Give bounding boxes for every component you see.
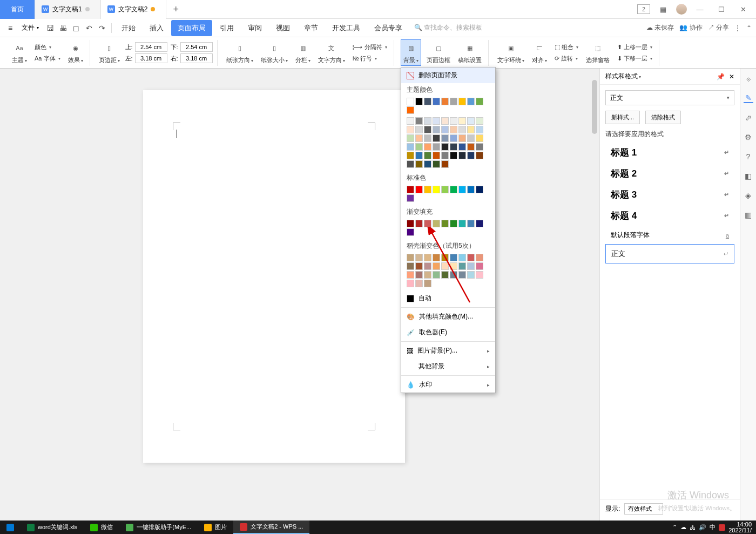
unsaved-indicator[interactable]: ☁ 未保存 (646, 23, 674, 32)
file-menu[interactable]: 文件▾ (17, 21, 43, 35)
page[interactable] (143, 90, 405, 463)
task-excel[interactable]: word关键词.xls (21, 521, 84, 534)
color-swatch[interactable] (407, 126, 414, 133)
side-tool2-icon[interactable]: ◈ (744, 191, 753, 200)
color-swatch[interactable] (424, 186, 431, 193)
style-heading3[interactable]: 标题 3↵ (605, 184, 734, 205)
color-swatch[interactable] (467, 143, 475, 151)
color-swatch[interactable] (424, 98, 431, 105)
color-swatch[interactable] (458, 220, 466, 227)
selpane-button[interactable]: ⬚选择窗格 (584, 40, 612, 65)
color-swatch[interactable] (450, 143, 457, 151)
color-swatch[interactable] (415, 280, 423, 287)
background-button[interactable]: ▧背景 (401, 39, 421, 66)
side-format-icon[interactable]: ⟐ (744, 74, 753, 84)
color-swatch[interactable] (433, 186, 440, 193)
close-button[interactable]: ✕ (734, 2, 752, 17)
color-swatch[interactable] (407, 152, 414, 159)
manuscript-button[interactable]: ▦稿纸设置 (456, 40, 484, 65)
badge[interactable]: 2 (637, 4, 650, 14)
color-swatch[interactable] (424, 254, 431, 261)
save-icon[interactable]: 🖫 (44, 22, 56, 34)
color-swatch[interactable] (441, 186, 449, 193)
color-swatch[interactable] (407, 194, 414, 202)
share-button[interactable]: ↗ 分享 (708, 23, 729, 32)
document-area[interactable] (0, 69, 599, 521)
avatar-icon[interactable] (676, 4, 687, 15)
task-wechat[interactable]: 微信 (84, 521, 119, 534)
color-swatch[interactable] (441, 160, 449, 168)
side-select-icon[interactable]: ⬀ (744, 113, 753, 123)
color-button[interactable]: 颜色 (32, 42, 63, 52)
style-default-font[interactable]: 默认段落字体a (605, 226, 734, 244)
size-button[interactable]: ▯纸张大小 (259, 40, 290, 65)
margin-button[interactable]: ▯页边距 (97, 40, 122, 65)
color-swatch[interactable] (467, 262, 475, 270)
tab-view[interactable]: 视图 (269, 20, 296, 36)
more-icon[interactable]: ⋮ (734, 24, 741, 32)
picture-bg-item[interactable]: 🖼图片背景(P)...▸ (401, 343, 495, 359)
color-swatch[interactable] (458, 126, 466, 133)
color-swatch[interactable] (424, 134, 431, 142)
color-swatch[interactable] (467, 220, 475, 227)
margin-bottom-input[interactable]: 下: (171, 42, 213, 52)
task-folder[interactable]: 图片 (198, 521, 233, 534)
columns-button[interactable]: ▥分栏 (293, 40, 313, 65)
color-swatch[interactable] (433, 143, 440, 151)
color-swatch[interactable] (407, 143, 414, 151)
side-help-icon[interactable]: ? (744, 152, 753, 161)
color-swatch[interactable] (407, 262, 414, 270)
color-swatch[interactable] (458, 134, 466, 142)
tray-chevron-icon[interactable]: ⌃ (672, 524, 677, 531)
style-heading1[interactable]: 标题 1↵ (605, 142, 734, 163)
textdir-button[interactable]: 文文字方向 (316, 40, 347, 65)
color-swatch[interactable] (433, 98, 440, 105)
ime-indicator[interactable]: 中 (710, 523, 716, 531)
clear-format-button[interactable]: 清除格式 (645, 111, 681, 124)
side-tool1-icon[interactable]: ◧ (744, 171, 753, 181)
color-swatch[interactable] (415, 186, 423, 193)
color-swatch[interactable] (415, 262, 423, 270)
color-swatch[interactable] (424, 143, 431, 151)
collab-button[interactable]: 👥 协作 (679, 23, 702, 32)
pin-icon[interactable]: 📌 (717, 73, 725, 80)
align-button[interactable]: ⫍对齐 (530, 40, 549, 65)
scrollbar-vertical[interactable] (591, 70, 598, 519)
color-swatch[interactable] (467, 98, 475, 105)
margin-top-input[interactable]: 上: (125, 42, 167, 52)
scrollbar-thumb[interactable] (592, 80, 597, 134)
color-swatch[interactable] (458, 117, 466, 125)
color-swatch[interactable] (424, 271, 431, 279)
side-styles-icon[interactable]: ✎ (744, 93, 753, 103)
color-swatch[interactable] (441, 126, 449, 133)
color-swatch[interactable] (415, 143, 423, 151)
color-swatch[interactable] (441, 117, 449, 125)
color-swatch[interactable] (433, 152, 440, 159)
effect-button[interactable]: ◉效果 (66, 40, 85, 65)
color-swatch[interactable] (458, 152, 466, 159)
color-swatch[interactable] (441, 271, 449, 279)
tray-volume-icon[interactable]: 🔊 (699, 524, 706, 531)
tab-review[interactable]: 审阅 (241, 20, 268, 36)
color-swatch[interactable] (424, 262, 431, 270)
eyedropper-item[interactable]: 💉取色器(E) (401, 325, 495, 340)
apps-icon[interactable]: ▦ (654, 2, 672, 17)
color-swatch[interactable] (424, 152, 431, 159)
color-swatch[interactable] (407, 254, 414, 261)
color-swatch[interactable] (458, 143, 466, 151)
color-swatch[interactable] (441, 254, 449, 261)
color-swatch[interactable] (415, 152, 423, 159)
close-panel-icon[interactable]: ✕ (729, 73, 734, 80)
style-heading4[interactable]: 标题 4↵ (605, 205, 734, 226)
new-style-button[interactable]: 新样式... (605, 111, 640, 124)
color-swatch[interactable] (415, 271, 423, 279)
color-swatch[interactable] (458, 254, 466, 261)
color-swatch[interactable] (467, 271, 475, 279)
color-swatch[interactable] (450, 117, 457, 125)
rotate-button[interactable]: ⟳ 旋转 (552, 53, 580, 64)
color-swatch[interactable] (450, 271, 457, 279)
side-tool3-icon[interactable]: ▥ (744, 210, 753, 220)
tab-start[interactable]: 开始 (115, 20, 142, 36)
tab-doc2[interactable]: W 文字文稿2 (101, 0, 167, 19)
color-swatch[interactable] (476, 254, 483, 261)
